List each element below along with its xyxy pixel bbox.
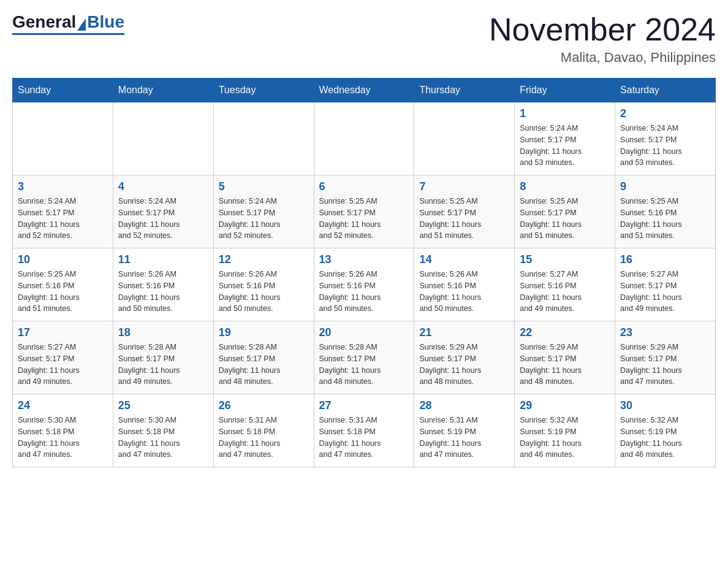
- calendar-day-cell: 19Sunrise: 5:28 AM Sunset: 5:17 PM Dayli…: [213, 321, 314, 394]
- calendar-day-cell: 12Sunrise: 5:26 AM Sunset: 5:16 PM Dayli…: [213, 248, 314, 321]
- logo-blue-text: Blue: [87, 12, 124, 32]
- calendar-day-cell: 21Sunrise: 5:29 AM Sunset: 5:17 PM Dayli…: [414, 321, 515, 394]
- calendar-week-row: 1Sunrise: 5:24 AM Sunset: 5:17 PM Daylig…: [13, 102, 716, 175]
- day-info: Sunrise: 5:29 AM Sunset: 5:17 PM Dayligh…: [419, 342, 509, 388]
- calendar-day-cell: 5Sunrise: 5:24 AM Sunset: 5:17 PM Daylig…: [213, 175, 314, 248]
- calendar-day-cell: 2Sunrise: 5:24 AM Sunset: 5:17 PM Daylig…: [615, 102, 716, 175]
- day-number: 8: [520, 180, 610, 193]
- day-info: Sunrise: 5:32 AM Sunset: 5:19 PM Dayligh…: [520, 415, 610, 461]
- day-info: Sunrise: 5:30 AM Sunset: 5:18 PM Dayligh…: [18, 415, 108, 461]
- day-info: Sunrise: 5:32 AM Sunset: 5:19 PM Dayligh…: [620, 415, 710, 461]
- day-number: 6: [319, 180, 409, 193]
- day-number: 4: [118, 180, 208, 193]
- day-number: 1: [520, 107, 610, 120]
- calendar-day-cell: 24Sunrise: 5:30 AM Sunset: 5:18 PM Dayli…: [13, 394, 113, 467]
- day-number: 14: [419, 253, 509, 266]
- day-info: Sunrise: 5:24 AM Sunset: 5:17 PM Dayligh…: [620, 123, 710, 169]
- calendar-day-cell: 26Sunrise: 5:31 AM Sunset: 5:18 PM Dayli…: [213, 394, 314, 467]
- day-info: Sunrise: 5:25 AM Sunset: 5:17 PM Dayligh…: [319, 196, 409, 242]
- day-number: 18: [118, 326, 208, 339]
- day-info: Sunrise: 5:28 AM Sunset: 5:17 PM Dayligh…: [319, 342, 409, 388]
- logo-general-text: General: [12, 12, 76, 32]
- day-number: 26: [219, 399, 309, 412]
- day-info: Sunrise: 5:26 AM Sunset: 5:16 PM Dayligh…: [319, 269, 409, 315]
- header-sunday: Sunday: [13, 79, 113, 102]
- calendar-day-cell: 8Sunrise: 5:25 AM Sunset: 5:17 PM Daylig…: [515, 175, 615, 248]
- day-info: Sunrise: 5:31 AM Sunset: 5:18 PM Dayligh…: [219, 415, 309, 461]
- calendar-day-cell: 25Sunrise: 5:30 AM Sunset: 5:18 PM Dayli…: [113, 394, 213, 467]
- day-info: Sunrise: 5:27 AM Sunset: 5:17 PM Dayligh…: [18, 342, 108, 388]
- day-info: Sunrise: 5:31 AM Sunset: 5:18 PM Dayligh…: [319, 415, 409, 461]
- calendar-header-row: Sunday Monday Tuesday Wednesday Thursday…: [13, 79, 716, 102]
- header-monday: Monday: [113, 79, 213, 102]
- day-number: 24: [18, 399, 108, 412]
- day-number: 7: [419, 180, 509, 193]
- calendar-day-cell: 3Sunrise: 5:24 AM Sunset: 5:17 PM Daylig…: [13, 175, 113, 248]
- logo: General Blue: [12, 12, 124, 35]
- day-info: Sunrise: 5:30 AM Sunset: 5:18 PM Dayligh…: [118, 415, 208, 461]
- day-number: 15: [520, 253, 610, 266]
- calendar-table: Sunday Monday Tuesday Wednesday Thursday…: [12, 78, 716, 467]
- day-number: 3: [18, 180, 108, 193]
- header-wednesday: Wednesday: [314, 79, 414, 102]
- day-info: Sunrise: 5:28 AM Sunset: 5:17 PM Dayligh…: [118, 342, 208, 388]
- header-friday: Friday: [515, 79, 615, 102]
- calendar-day-cell: 27Sunrise: 5:31 AM Sunset: 5:18 PM Dayli…: [314, 394, 414, 467]
- day-info: Sunrise: 5:25 AM Sunset: 5:16 PM Dayligh…: [18, 269, 108, 315]
- day-number: 23: [620, 326, 710, 339]
- calendar-day-cell: 13Sunrise: 5:26 AM Sunset: 5:16 PM Dayli…: [314, 248, 414, 321]
- calendar-day-cell: [213, 102, 314, 175]
- day-number: 19: [219, 326, 309, 339]
- day-info: Sunrise: 5:25 AM Sunset: 5:17 PM Dayligh…: [520, 196, 610, 242]
- month-title: November 2024: [489, 12, 716, 47]
- calendar-week-row: 24Sunrise: 5:30 AM Sunset: 5:18 PM Dayli…: [13, 394, 716, 467]
- calendar-day-cell: 17Sunrise: 5:27 AM Sunset: 5:17 PM Dayli…: [13, 321, 113, 394]
- calendar-day-cell: 20Sunrise: 5:28 AM Sunset: 5:17 PM Dayli…: [314, 321, 414, 394]
- calendar-day-cell: 9Sunrise: 5:25 AM Sunset: 5:16 PM Daylig…: [615, 175, 716, 248]
- calendar-day-cell: 15Sunrise: 5:27 AM Sunset: 5:16 PM Dayli…: [515, 248, 615, 321]
- day-number: 21: [419, 326, 509, 339]
- calendar-day-cell: 30Sunrise: 5:32 AM Sunset: 5:19 PM Dayli…: [615, 394, 716, 467]
- location-title: Malita, Davao, Philippines: [489, 50, 716, 66]
- day-number: 29: [520, 399, 610, 412]
- calendar-week-row: 3Sunrise: 5:24 AM Sunset: 5:17 PM Daylig…: [13, 175, 716, 248]
- day-number: 13: [319, 253, 409, 266]
- calendar-day-cell: 14Sunrise: 5:26 AM Sunset: 5:16 PM Dayli…: [414, 248, 515, 321]
- day-info: Sunrise: 5:25 AM Sunset: 5:16 PM Dayligh…: [620, 196, 710, 242]
- day-number: 16: [620, 253, 710, 266]
- day-number: 2: [620, 107, 710, 120]
- calendar-day-cell: 18Sunrise: 5:28 AM Sunset: 5:17 PM Dayli…: [113, 321, 213, 394]
- day-number: 12: [219, 253, 309, 266]
- calendar-day-cell: 22Sunrise: 5:29 AM Sunset: 5:17 PM Dayli…: [515, 321, 615, 394]
- day-info: Sunrise: 5:27 AM Sunset: 5:17 PM Dayligh…: [620, 269, 710, 315]
- day-info: Sunrise: 5:24 AM Sunset: 5:17 PM Dayligh…: [520, 123, 610, 169]
- calendar-day-cell: [414, 102, 515, 175]
- day-info: Sunrise: 5:24 AM Sunset: 5:17 PM Dayligh…: [118, 196, 208, 242]
- calendar-day-cell: [13, 102, 113, 175]
- calendar-day-cell: 11Sunrise: 5:26 AM Sunset: 5:16 PM Dayli…: [113, 248, 213, 321]
- calendar-day-cell: 4Sunrise: 5:24 AM Sunset: 5:17 PM Daylig…: [113, 175, 213, 248]
- day-info: Sunrise: 5:29 AM Sunset: 5:17 PM Dayligh…: [620, 342, 710, 388]
- day-info: Sunrise: 5:29 AM Sunset: 5:17 PM Dayligh…: [520, 342, 610, 388]
- logo-underline: [12, 33, 124, 35]
- day-number: 25: [118, 399, 208, 412]
- page-header: General Blue November 2024 Malita, Davao…: [12, 12, 716, 66]
- calendar-day-cell: 1Sunrise: 5:24 AM Sunset: 5:17 PM Daylig…: [515, 102, 615, 175]
- calendar-day-cell: 29Sunrise: 5:32 AM Sunset: 5:19 PM Dayli…: [515, 394, 615, 467]
- calendar-day-cell: [113, 102, 213, 175]
- calendar-day-cell: [314, 102, 414, 175]
- calendar-day-cell: 7Sunrise: 5:25 AM Sunset: 5:17 PM Daylig…: [414, 175, 515, 248]
- day-info: Sunrise: 5:24 AM Sunset: 5:17 PM Dayligh…: [219, 196, 309, 242]
- calendar-day-cell: 10Sunrise: 5:25 AM Sunset: 5:16 PM Dayli…: [13, 248, 113, 321]
- day-number: 27: [319, 399, 409, 412]
- calendar-week-row: 10Sunrise: 5:25 AM Sunset: 5:16 PM Dayli…: [13, 248, 716, 321]
- day-info: Sunrise: 5:26 AM Sunset: 5:16 PM Dayligh…: [118, 269, 208, 315]
- day-info: Sunrise: 5:24 AM Sunset: 5:17 PM Dayligh…: [18, 196, 108, 242]
- day-number: 20: [319, 326, 409, 339]
- day-number: 28: [419, 399, 509, 412]
- day-info: Sunrise: 5:26 AM Sunset: 5:16 PM Dayligh…: [219, 269, 309, 315]
- header-tuesday: Tuesday: [213, 79, 314, 102]
- day-number: 22: [520, 326, 610, 339]
- day-number: 30: [620, 399, 710, 412]
- day-number: 11: [118, 253, 208, 266]
